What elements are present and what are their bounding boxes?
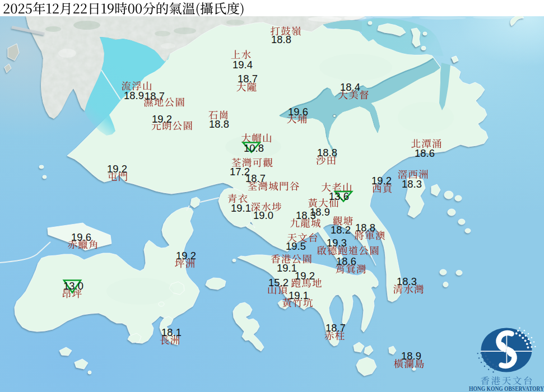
svg-text:19.6: 19.6 [288, 106, 308, 118]
svg-text:19.2: 19.2 [295, 270, 315, 282]
svg-text:18.7: 18.7 [145, 90, 165, 102]
svg-text:19.6: 19.6 [71, 231, 91, 243]
svg-text:18.3: 18.3 [402, 178, 422, 190]
svg-text:18.6: 18.6 [336, 255, 356, 267]
svg-text:19.5: 19.5 [286, 240, 306, 252]
svg-text:19.1: 19.1 [277, 262, 297, 274]
svg-text:18.9: 18.9 [124, 90, 144, 101]
svg-text:19.1: 19.1 [231, 202, 251, 214]
svg-text:18.8: 18.8 [317, 147, 337, 158]
svg-text:18.7: 18.7 [238, 73, 258, 85]
svg-text:19.4: 19.4 [233, 59, 253, 71]
svg-text:13.0: 13.0 [63, 280, 83, 292]
svg-text:15.2: 15.2 [268, 277, 289, 288]
svg-text:HONG KONG OBSERVATORY: HONG KONG OBSERVATORY [469, 384, 544, 392]
svg-text:18.7: 18.7 [326, 322, 346, 334]
svg-text:18.7: 18.7 [245, 172, 266, 184]
svg-text:18.2: 18.2 [331, 224, 351, 236]
svg-text:13.6: 13.6 [329, 190, 349, 202]
svg-text:18.3: 18.3 [397, 276, 417, 287]
svg-text:18.1: 18.1 [161, 326, 182, 338]
svg-text:19.2: 19.2 [107, 163, 127, 175]
svg-text:18.8: 18.8 [355, 222, 375, 234]
svg-text:18.8: 18.8 [271, 34, 291, 45]
svg-text:19.3: 19.3 [327, 237, 347, 249]
svg-text:19.2: 19.2 [176, 250, 196, 262]
svg-text:18.6: 18.6 [415, 147, 435, 159]
svg-text:10.8: 10.8 [244, 142, 264, 154]
svg-text:19.2: 19.2 [371, 175, 392, 186]
svg-text:18.8: 18.8 [209, 118, 229, 130]
svg-text:19.1: 19.1 [289, 290, 309, 301]
svg-text:18.9: 18.9 [401, 350, 421, 362]
svg-text:19.2: 19.2 [152, 113, 172, 125]
svg-text:18.3: 18.3 [296, 209, 316, 221]
svg-text:18.4: 18.4 [340, 81, 360, 93]
svg-text:19.0: 19.0 [253, 209, 273, 221]
